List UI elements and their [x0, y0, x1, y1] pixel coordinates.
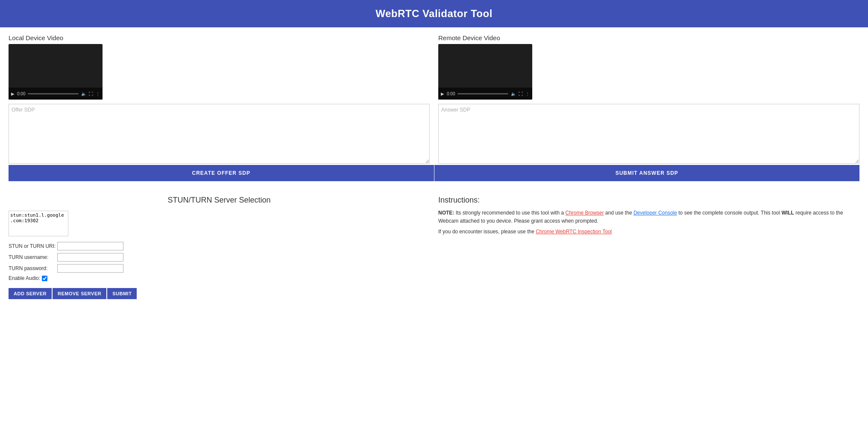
- local-progress-bar: [28, 93, 79, 94]
- instructions-title: Instructions:: [438, 196, 859, 205]
- submit-answer-button[interactable]: SUBMIT ANSWER SDP: [434, 165, 860, 181]
- remote-video-section: Remote Device Video ▶ 0:00 🔈 ⛶ ⋮: [438, 34, 859, 100]
- local-more-icon[interactable]: ⋮: [96, 91, 100, 96]
- stun-section: STUN/TURN Server Selection stun:stun1.l.…: [9, 191, 430, 303]
- stun-uri-label: STUN or TURN URI:: [9, 243, 56, 249]
- submit-stun-button[interactable]: SUBMIT: [107, 288, 137, 299]
- stun-uri-row: STUN or TURN URI:: [9, 242, 430, 250]
- local-video-controls: ▶ 0:00 🔈 ⛶ ⋮: [9, 88, 103, 100]
- remote-video-player[interactable]: ▶ 0:00 🔈 ⛶ ⋮: [438, 44, 532, 100]
- offer-sdp-section: [9, 104, 430, 165]
- instructions-section: Instructions: NOTE: Its strongly recomme…: [438, 191, 859, 303]
- bottom-row: STUN/TURN Server Selection stun:stun1.l.…: [9, 191, 859, 303]
- enable-audio-checkbox[interactable]: [42, 276, 47, 281]
- video-row: Local Device Video ▶ 0:00 🔈 ⛶ ⋮ Remote D…: [9, 34, 859, 100]
- offer-sdp-textarea[interactable]: [9, 104, 430, 164]
- stun-title: STUN/TURN Server Selection: [9, 196, 430, 205]
- turn-password-row: TURN password:: [9, 264, 430, 273]
- instructions-issue-text: If you do encounter issues, please use t…: [438, 228, 859, 236]
- local-video-section: Local Device Video ▶ 0:00 🔈 ⛶ ⋮: [9, 34, 430, 100]
- instructions-text: NOTE: Its strongly recommended to use th…: [438, 209, 859, 225]
- note-bold: NOTE:: [438, 210, 456, 216]
- remote-progress-bar: [457, 93, 508, 94]
- turn-username-input[interactable]: [57, 253, 123, 262]
- enable-audio-label: Enable Audio:: [9, 275, 40, 281]
- sdp-button-row: CREATE OFFER SDP SUBMIT ANSWER SDP: [9, 165, 859, 181]
- add-server-button[interactable]: ADD SERVER: [9, 288, 52, 299]
- turn-username-label: TURN username:: [9, 254, 56, 260]
- server-list-textarea[interactable]: stun:stun1.l.google.com:19302: [9, 211, 68, 236]
- turn-password-input[interactable]: [57, 264, 123, 273]
- answer-sdp-textarea[interactable]: [438, 104, 859, 164]
- will-bold: WILL: [782, 210, 794, 216]
- chrome-browser-link[interactable]: Chrome Browser: [565, 210, 604, 216]
- turn-username-row: TURN username:: [9, 253, 430, 262]
- remote-video-label: Remote Device Video: [438, 34, 859, 41]
- issue-text: If you do encounter issues, please use t…: [438, 229, 536, 235]
- local-video-player[interactable]: ▶ 0:00 🔈 ⛶ ⋮: [9, 44, 103, 100]
- remote-more-icon[interactable]: ⋮: [525, 91, 530, 96]
- page-title: WebRTC Validator Tool: [375, 8, 493, 19]
- sdp-pair: [9, 104, 859, 165]
- main-content: Local Device Video ▶ 0:00 🔈 ⛶ ⋮ Remote D…: [0, 27, 868, 447]
- dev-console-link[interactable]: Developer Console: [633, 210, 677, 216]
- answer-sdp-section: [438, 104, 859, 165]
- note-text-1: Its strongly recommended to use this too…: [456, 210, 566, 216]
- note-text-2: and use the: [604, 210, 633, 216]
- remote-volume-icon[interactable]: 🔈: [511, 91, 516, 96]
- remote-play-icon[interactable]: ▶: [441, 91, 444, 96]
- inspection-tool-link[interactable]: Chrome WebRTC Inspection Tool: [536, 229, 612, 235]
- local-volume-icon[interactable]: 🔈: [81, 91, 86, 96]
- remote-video-controls: ▶ 0:00 🔈 ⛶ ⋮: [438, 88, 532, 100]
- remove-server-button[interactable]: REMOVE SERVER: [53, 288, 106, 299]
- local-video-label: Local Device Video: [9, 34, 430, 41]
- local-video-time: 0:00: [17, 91, 25, 96]
- page-header: WebRTC Validator Tool: [0, 0, 868, 27]
- enable-audio-row: Enable Audio:: [9, 275, 430, 281]
- stun-buttons: ADD SERVER REMOVE SERVER SUBMIT: [9, 288, 430, 299]
- note-text-3: to see the complete console output. This…: [677, 210, 782, 216]
- local-play-icon[interactable]: ▶: [11, 91, 15, 96]
- local-fullscreen-icon[interactable]: ⛶: [89, 91, 93, 96]
- stun-uri-input[interactable]: [57, 242, 123, 250]
- turn-password-label: TURN password:: [9, 265, 56, 271]
- create-offer-button[interactable]: CREATE OFFER SDP: [9, 165, 434, 181]
- remote-video-time: 0:00: [447, 91, 455, 96]
- remote-fullscreen-icon[interactable]: ⛶: [519, 91, 523, 96]
